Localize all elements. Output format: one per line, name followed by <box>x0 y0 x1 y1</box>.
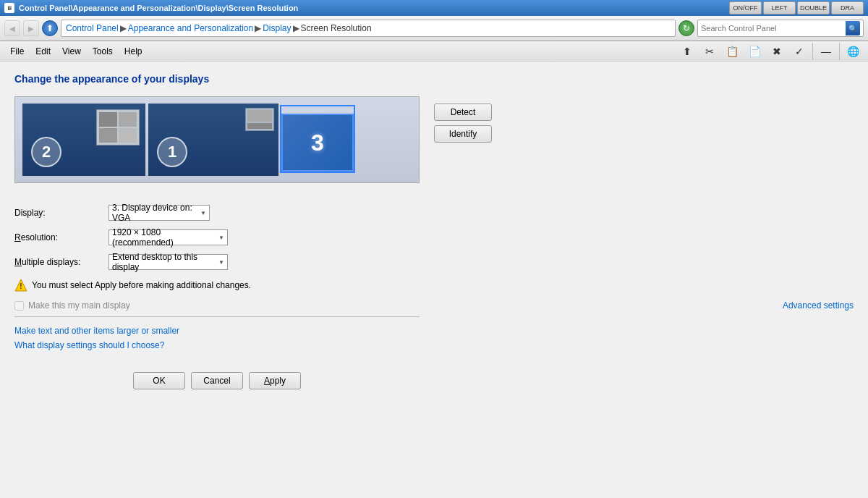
monitor-3: 3 <box>281 114 354 172</box>
monitor-1-number: 1 <box>157 137 187 167</box>
title-bar-buttons: ON/OFF LEFT DOUBLE DRA <box>729 1 864 14</box>
title-bar-icon: 🖥 <box>4 3 14 13</box>
title-bar: 🖥 Control Panel\Appearance and Personali… <box>0 0 868 16</box>
apply-button[interactable]: Apply <box>249 372 301 389</box>
search-bar: 🔍 <box>697 20 864 37</box>
help-link-1[interactable]: Make text and other items larger or smal… <box>14 326 854 336</box>
toolbar-separator-2 <box>839 43 840 60</box>
breadcrumb-current: Screen Resolution <box>301 23 372 33</box>
title-btn-onoff[interactable]: ON/OFF <box>729 1 762 14</box>
menu-tools[interactable]: Tools <box>87 45 119 58</box>
multiple-label: Multiple displays: <box>14 257 109 267</box>
toolbar-delete-icon[interactable]: ✖ <box>766 41 788 62</box>
identify-button[interactable]: Identify <box>434 125 492 143</box>
toolbar-globe-icon[interactable]: 🌐 <box>842 41 864 62</box>
monitor-1: 1 <box>148 104 278 176</box>
toolbar-minus-icon[interactable]: — <box>815 41 837 62</box>
nav-bar: ◀ ▶ ⬆ Control Panel ▶ Appearance and Per… <box>0 16 868 41</box>
monitor-3-block[interactable]: 3 <box>280 105 355 173</box>
display-area: 2 1 <box>14 96 420 183</box>
title-btn-dra[interactable]: DRA <box>831 1 864 14</box>
monitor-2: 2 <box>22 104 145 176</box>
action-buttons: OK Cancel Apply <box>14 372 420 389</box>
resolution-dropdown[interactable]: 1920 × 1080 (recommended) ▼ <box>109 229 228 245</box>
monitor-1-block[interactable]: 1 <box>147 102 280 177</box>
toolbar-check-icon[interactable]: ✓ <box>788 41 810 62</box>
main-display-label: Make this my main display <box>28 300 130 311</box>
display-dropdown-arrow: ▼ <box>200 210 206 216</box>
monitor-1-thumbnail <box>245 108 274 131</box>
main-display-row: Make this my main display Advanced setti… <box>14 300 854 311</box>
monitor-2-number: 2 <box>31 137 61 167</box>
svg-text:!: ! <box>20 282 22 290</box>
resolution-dropdown-arrow: ▼ <box>218 235 224 241</box>
main-content: Change the appearance of your displays 2 <box>0 62 868 401</box>
display-dropdown[interactable]: 3. Display device on: VGA ▼ <box>109 205 210 221</box>
monitor-3-number: 3 <box>311 130 324 156</box>
forward-button[interactable]: ▶ <box>23 20 39 36</box>
menu-and-icons: File Edit View Tools Help ⬆ ✂ 📋 📄 ✖ ✓ — … <box>0 41 868 62</box>
toolbar-area: ◀ ▶ ⬆ Control Panel ▶ Appearance and Per… <box>0 16 868 41</box>
search-icon[interactable]: 🔍 <box>846 21 860 35</box>
cancel-button[interactable]: Cancel <box>191 372 243 389</box>
title-btn-left[interactable]: LEFT <box>763 1 796 14</box>
form-section: Display: 3. Display device on: VGA ▼ Res… <box>14 205 854 389</box>
toolbar-icons: ⬆ ✂ 📋 📄 ✖ ✓ — 🌐 <box>676 41 864 62</box>
home-button[interactable]: ⬆ <box>42 20 58 36</box>
title-bar-text: Control Panel\Appearance and Personaliza… <box>19 4 729 12</box>
breadcrumb-display[interactable]: Display <box>263 23 291 33</box>
menu-view[interactable]: View <box>56 45 87 58</box>
resolution-row: Resolution: 1920 × 1080 (recommended) ▼ <box>14 229 854 245</box>
toolbar-cut-icon[interactable]: ✂ <box>699 41 720 62</box>
refresh-button[interactable]: ↻ <box>678 20 694 36</box>
warning-text: You must select Apply before making addi… <box>32 280 251 290</box>
resolution-label: Resolution: <box>14 232 109 242</box>
multiple-dropdown-arrow: ▼ <box>218 259 224 266</box>
display-label: Display: <box>14 208 109 218</box>
divider <box>14 316 420 317</box>
multiple-row: Multiple displays: Extend desktop to thi… <box>14 254 854 270</box>
ok-button[interactable]: OK <box>133 372 185 389</box>
back-button[interactable]: ◀ <box>4 20 20 36</box>
breadcrumb-arrow-2: ▶ <box>255 23 261 33</box>
warning-row: ! You must select Apply before making ad… <box>14 279 854 292</box>
display-row: Display: 3. Display device on: VGA ▼ <box>14 205 854 221</box>
help-link-2[interactable]: What display settings should I choose? <box>14 340 854 350</box>
display-wrapper: 2 1 <box>14 96 854 198</box>
multiple-dropdown[interactable]: Extend desktop to this display ▼ <box>109 254 228 270</box>
monitor-2-block[interactable]: 2 <box>21 102 147 177</box>
breadcrumb-arrow-1: ▶ <box>120 23 127 33</box>
menu-bar: File Edit View Tools Help ⬆ ✂ 📋 📄 ✖ ✓ — … <box>0 41 868 62</box>
breadcrumb-control-panel[interactable]: Control Panel <box>66 23 119 33</box>
title-btn-double[interactable]: DOUBLE <box>797 1 830 14</box>
menu-help[interactable]: Help <box>119 45 148 58</box>
monitor-2-thumbnail <box>96 109 140 145</box>
link-section: Make text and other items larger or smal… <box>14 326 854 350</box>
menu-file[interactable]: File <box>4 45 30 58</box>
toolbar-copy-icon[interactable]: 📋 <box>721 41 743 62</box>
display-value: 3. Display device on: VGA <box>112 203 197 223</box>
main-display-checkbox[interactable] <box>14 301 24 311</box>
page-title: Change the appearance of your displays <box>14 73 854 85</box>
detect-button[interactable]: Detect <box>434 104 492 121</box>
multiple-value: Extend desktop to this display <box>112 252 216 272</box>
breadcrumb-appearance[interactable]: Appearance and Personalization <box>128 23 253 33</box>
toolbar-up-icon[interactable]: ⬆ <box>676 41 698 62</box>
toolbar-paste-icon[interactable]: 📄 <box>744 41 765 62</box>
menu-edit[interactable]: Edit <box>30 45 56 58</box>
warning-icon: ! <box>14 279 27 292</box>
resolution-value: 1920 × 1080 (recommended) <box>112 227 216 248</box>
breadcrumb: Control Panel ▶ Appearance and Personali… <box>61 20 676 37</box>
toolbar-separator <box>812 43 813 60</box>
advanced-settings-link[interactable]: Advanced settings <box>783 300 854 311</box>
search-input[interactable] <box>701 24 846 33</box>
breadcrumb-arrow-3: ▶ <box>293 23 299 33</box>
